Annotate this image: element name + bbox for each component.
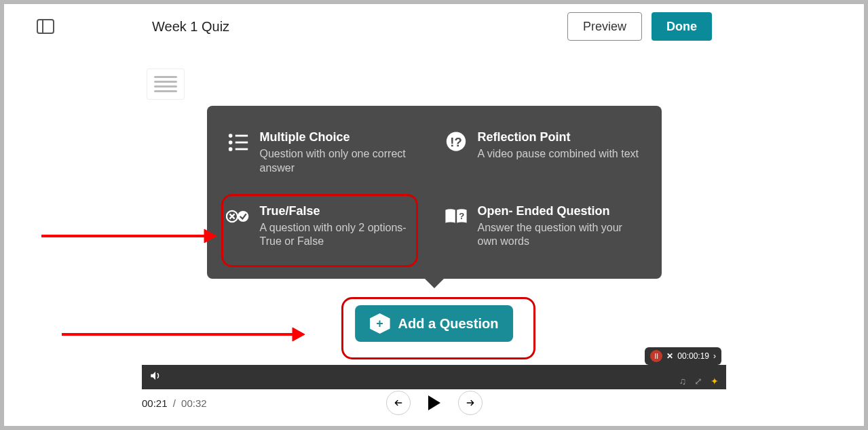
svg-point-2 bbox=[228, 140, 232, 144]
svg-point-9 bbox=[238, 210, 248, 221]
add-question-button[interactable]: + Add a Question bbox=[355, 305, 514, 342]
chevron-right-icon[interactable]: › bbox=[713, 351, 716, 361]
annotation-arrow-truefalse bbox=[41, 228, 218, 251]
video-bar-right-icons: ♫ ⤢ ✦ bbox=[679, 376, 719, 387]
question-type-multiple-choice[interactable]: Multiple Choice Question with only one c… bbox=[226, 130, 425, 176]
svg-rect-5 bbox=[235, 149, 247, 151]
time-current: 00:21 bbox=[142, 397, 168, 409]
annotation-arrow-add-question bbox=[62, 326, 306, 349]
recording-overlay: II ✕ 00:00:19 › bbox=[645, 347, 721, 365]
sidebar-toggle-icon[interactable] bbox=[37, 19, 54, 34]
qtype-title: True/False bbox=[260, 204, 425, 218]
record-indicator-icon: II bbox=[650, 350, 662, 362]
quiz-title: Week 1 Quiz bbox=[152, 19, 558, 35]
close-icon[interactable]: ✕ bbox=[666, 351, 673, 361]
top-bar: Week 1 Quiz Preview Done bbox=[4, 4, 864, 49]
list-radio-icon bbox=[226, 130, 250, 155]
qtype-title: Multiple Choice bbox=[260, 130, 425, 144]
question-type-reflection-point[interactable]: !? Reflection Point A video pause combin… bbox=[444, 130, 643, 176]
svg-rect-1 bbox=[235, 135, 247, 137]
qtype-title: Open- Ended Question bbox=[478, 204, 643, 218]
svg-point-4 bbox=[228, 147, 232, 151]
x-check-icon bbox=[226, 204, 250, 229]
done-button[interactable]: Done bbox=[652, 12, 712, 41]
sparkle-icon[interactable]: ✦ bbox=[711, 376, 719, 387]
time-total: 00:32 bbox=[181, 397, 207, 409]
svg-point-0 bbox=[228, 134, 232, 138]
play-button[interactable] bbox=[428, 395, 440, 410]
plus-icon: + bbox=[370, 313, 390, 334]
qtype-desc: A question with only 2 options- True or … bbox=[260, 221, 425, 250]
time-display: 00:21 / 00:32 bbox=[142, 397, 207, 409]
qtype-desc: A video pause combined with text bbox=[478, 147, 639, 161]
question-type-open-ended[interactable]: ? Open- Ended Question Answer the questi… bbox=[444, 204, 643, 250]
next-button[interactable] bbox=[458, 391, 483, 415]
prev-button[interactable] bbox=[386, 391, 411, 415]
playback-controls bbox=[386, 391, 483, 415]
music-note-icon[interactable]: ♫ bbox=[679, 376, 687, 387]
book-question-icon: ? bbox=[444, 204, 468, 229]
preview-button[interactable]: Preview bbox=[567, 12, 642, 41]
speech-exclaim-icon: !? bbox=[444, 130, 468, 155]
app-root: Week 1 Quiz Preview Done Tell us a littl… bbox=[4, 4, 864, 426]
svg-text:?: ? bbox=[459, 210, 464, 220]
svg-marker-14 bbox=[293, 328, 305, 341]
svg-marker-12 bbox=[204, 229, 216, 243]
question-type-popover: Multiple Choice Question with only one c… bbox=[207, 106, 662, 279]
drag-handle-icon[interactable] bbox=[147, 69, 185, 100]
qtype-title: Reflection Point bbox=[478, 130, 639, 144]
video-timeline: 00:21 / 00:32 bbox=[142, 391, 726, 415]
svg-rect-3 bbox=[235, 142, 247, 144]
qtype-desc: Question with only one correct answer bbox=[260, 147, 425, 176]
question-type-true-false[interactable]: True/False A question with only 2 option… bbox=[226, 204, 425, 250]
recording-time: 00:00:19 bbox=[677, 351, 709, 361]
svg-text:!?: !? bbox=[450, 135, 461, 149]
expand-icon[interactable]: ⤢ bbox=[694, 376, 702, 387]
time-sep: / bbox=[173, 397, 176, 409]
video-control-bar bbox=[142, 365, 726, 389]
add-question-label: Add a Question bbox=[398, 316, 499, 332]
volume-icon[interactable] bbox=[149, 370, 162, 385]
qtype-desc: Answer the question with your own words bbox=[478, 221, 643, 250]
